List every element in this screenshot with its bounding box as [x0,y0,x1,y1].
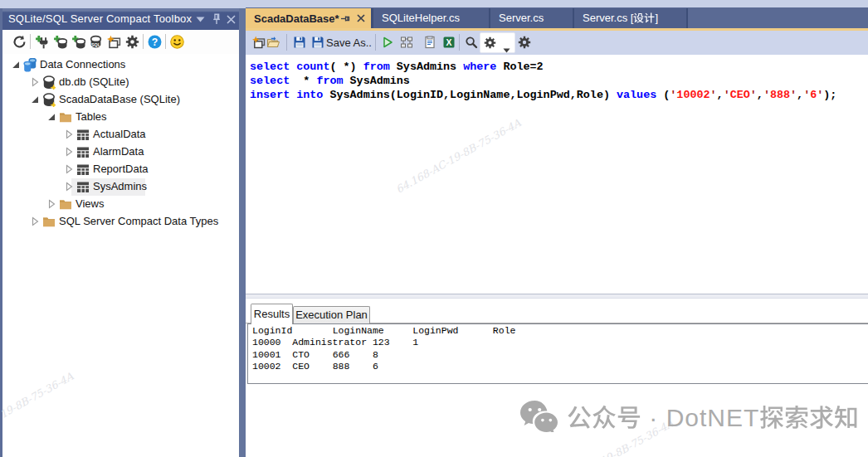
expander-collapsed-icon[interactable] [63,181,75,192]
database-icon [42,75,56,90]
sql-token: ( *) [329,61,363,73]
execution-plan-icon[interactable] [398,33,415,51]
tree-item-tables[interactable]: Tables [2,109,239,126]
svg-text:SQL: SQL [91,41,101,46]
tree-item-alarmdata[interactable]: AlarmData [2,143,239,161]
document-tab-label: SQLiteHelper.cs [382,12,460,24]
refresh-icon[interactable] [11,32,27,51]
panel-splitter[interactable] [239,8,246,457]
tree-item-sysadmins[interactable]: SysAdmins [2,178,239,196]
sql-token: count [296,61,329,73]
save-all-icon[interactable] [310,33,326,51]
toolwindow-titlebar[interactable]: SQLite/SQL Server Compact Toolbox [2,8,239,30]
save-as-button[interactable]: Save As.. [326,36,372,49]
export-excel-icon[interactable]: X [441,33,457,51]
cjk-glyph [633,12,644,23]
expander-collapsed-icon[interactable] [29,216,41,227]
visual-studio-window: SQLite/SQL Server Compact Toolbox SQL? D… [0,0,868,457]
save-icon[interactable] [291,33,308,51]
add-sqlite-connection-icon[interactable] [51,32,68,51]
options-dropdown[interactable] [480,32,515,53]
document-tab-label: ScadaDataBase* [254,12,339,25]
sql-token: 10002 [676,89,710,101]
results-tab-results[interactable]: Results [251,304,293,324]
sql-code-line: insert into SysAdmins(LoginID,LoginName,… [250,88,836,102]
add-database-icon[interactable] [70,32,86,51]
tree-item-label: ActualData [93,128,146,140]
sql-token: , [757,89,763,101]
tree-item-label: SQL Server Compact Data Types [59,215,218,227]
sql-token: from [316,75,343,87]
parse-script-icon[interactable] [422,33,438,51]
pin-tab-icon[interactable] [340,13,352,25]
table-icon [76,180,90,194]
close-toolwindow-button[interactable] [224,8,237,30]
tree-item-db-db-sqlite[interactable]: db.db (SQLite) [2,74,239,91]
sql-token: , [797,89,803,101]
toolbar-separator [459,34,460,51]
results-tab-execution-plan[interactable]: Execution Plan [293,306,370,323]
document-tab-sqlitehelper-cs[interactable]: SQLiteHelper.cs [373,8,490,28]
expander-expanded-icon[interactable] [46,111,57,123]
sql-token: where [463,61,496,73]
add-connection-icon[interactable] [33,32,50,51]
document-tab-scadadatabase[interactable]: ScadaDataBase* [246,8,373,31]
tree-item-label: ReportData [93,163,148,175]
cjk-glyph [644,12,655,23]
sql-token: 888 [770,89,790,101]
sql-server-icon[interactable]: SQL [87,32,104,51]
close-tab-icon[interactable] [356,13,368,25]
expander-collapsed-icon[interactable] [63,163,75,175]
expander-collapsed-icon[interactable] [63,129,75,140]
sql-token: SysAdmins [344,75,410,87]
expander-collapsed-icon[interactable] [46,198,57,210]
document-tab-server-cs[interactable]: Server.cs [490,8,574,28]
connections-tree: Data Connectionsdb.db (SQLite)ScadaDataB… [2,54,239,457]
toolbar-separator [165,34,166,49]
editor-toolbar: Save As..X [246,31,868,55]
tree-item-scadadatabase-sqlite[interactable]: ScadaDataBase (SQLite) [2,91,239,109]
expander-expanded-icon[interactable] [29,94,41,105]
sql-token: ' [803,89,810,101]
open-script-icon[interactable] [265,33,281,51]
new-query-icon[interactable] [105,32,122,51]
tree-item-sql-server-compact-data-types[interactable]: SQL Server Compact Data Types [2,213,239,231]
sql-code-line: select count( *) from SysAdmins where Ro… [250,60,836,74]
db-stack-icon [23,58,37,72]
help-icon[interactable]: ? [146,32,163,51]
tree-item-actualdata[interactable]: ActualData [2,126,239,143]
table-icon [76,163,90,177]
sql-token: ( [656,89,670,101]
options-gear-icon[interactable] [124,32,140,51]
tree-item-data-connections[interactable]: Data Connections [2,56,239,74]
execute-icon[interactable] [379,33,396,51]
toolbar-separator [286,34,287,51]
document-tab-server-cs[interactable]: Server.cs [] [574,8,688,28]
settings-gear-icon[interactable] [516,33,533,51]
document-tab-label: Server.cs [499,12,544,24]
results-textbox[interactable]: LoginId LoginName LoginPwd Role 10000 Ad… [247,323,868,384]
tree-item-label: db.db (SQLite) [59,75,129,88]
results-output: LoginId LoginName LoginPwd Role 10000 Ad… [252,325,868,372]
sql-token: ' [790,89,797,101]
sql-token: select [250,61,290,73]
sql-editor-surface[interactable]: select count( *) from SysAdmins where Ro… [246,55,868,294]
tree-item-views[interactable]: Views [2,196,239,213]
results-panel: ResultsExecution Plan LoginId LoginName … [246,299,868,457]
results-tab-label: Execution Plan [294,309,369,321]
sql-token: CEO [730,89,750,101]
expander-expanded-icon[interactable] [10,59,22,70]
expander-collapsed-icon[interactable] [29,76,41,88]
table-icon [76,128,90,142]
expander-collapsed-icon[interactable] [63,146,75,158]
tree-item-label: Tables [76,110,107,123]
sql-token: ' [710,89,717,101]
tree-item-reportdata[interactable]: ReportData [2,161,239,178]
search-icon[interactable] [463,33,480,51]
tree-item-label: Views [76,197,104,210]
folder-icon [42,215,56,229]
window-position-button[interactable] [193,8,207,30]
feedback-smiley-icon[interactable] [168,32,185,51]
sql-token: ); [823,89,836,101]
auto-hide-pin-button[interactable] [210,8,223,30]
